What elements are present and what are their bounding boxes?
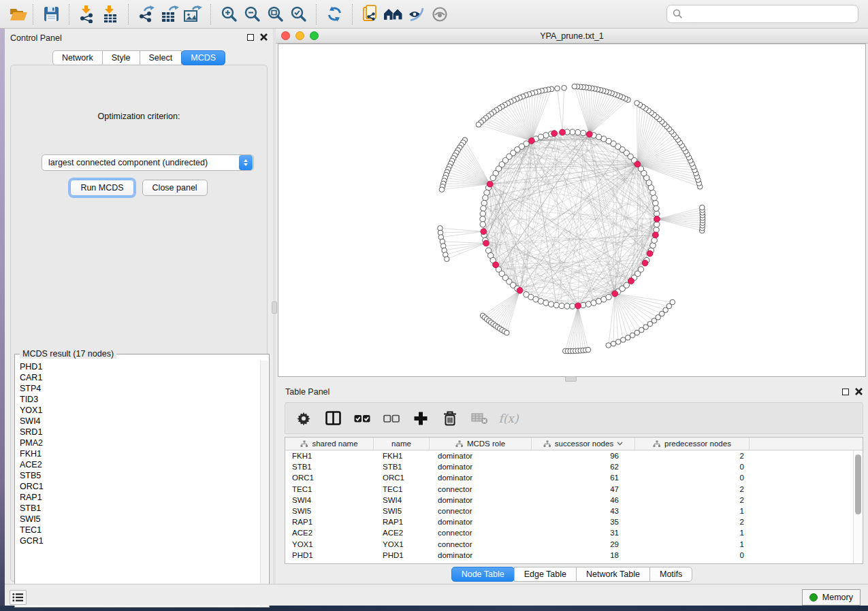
table-cell: 29	[532, 540, 635, 548]
open-session-button[interactable]	[7, 3, 30, 26]
table-row[interactable]: ORC1ORC1dominator610	[285, 472, 863, 483]
table-row[interactable]: TEC1TEC1connector472	[285, 484, 863, 495]
mcds-result-item[interactable]: STP4	[16, 383, 259, 394]
column-header-successor-nodes[interactable]: successor nodes	[532, 437, 635, 450]
network-window-titlebar[interactable]: YPA_prune.txt_1	[276, 29, 868, 44]
open-folder-icon	[10, 6, 28, 22]
memory-button[interactable]: Memory	[802, 589, 861, 606]
column-header-name[interactable]: name	[374, 437, 430, 450]
status-bar: Memory	[5, 584, 868, 606]
zoom-in-button[interactable]	[217, 3, 240, 26]
delete-columns-button[interactable]	[441, 410, 459, 427]
tab-network[interactable]: Network	[52, 50, 103, 65]
show-column-button[interactable]	[324, 410, 342, 427]
table-options-button[interactable]	[295, 410, 312, 427]
mcds-result-item[interactable]: ACE2	[16, 459, 259, 470]
column-header-shared-name[interactable]: shared name	[285, 437, 374, 450]
select-all-rows-button[interactable]	[353, 410, 371, 427]
table-row[interactable]: SWI5SWI5connector431	[285, 506, 863, 516]
table-cell: 35	[532, 518, 635, 526]
float-panel-icon[interactable]	[247, 34, 254, 41]
optimization-criterion-select[interactable]: largest connected component (undirected)	[42, 154, 254, 171]
tab-style[interactable]: Style	[102, 50, 140, 65]
delete-table-button[interactable]	[470, 410, 488, 427]
maximize-window-icon[interactable]	[310, 31, 319, 40]
apply-layout-button[interactable]	[323, 3, 346, 26]
column-header-MCDS-role[interactable]: MCDS role	[430, 437, 532, 450]
mcds-result-item[interactable]: CAR1	[16, 372, 259, 383]
mcds-result-scrollbar[interactable]	[260, 361, 268, 606]
zoom-fit-button[interactable]	[263, 3, 287, 26]
close-window-icon[interactable]	[281, 31, 290, 40]
table-row[interactable]: YOX1YOX1connector291	[285, 539, 863, 550]
table-row[interactable]: PHD1PHD1dominator180	[285, 550, 863, 561]
table-vertical-scrollbar[interactable]	[853, 450, 863, 563]
hide-selected-button[interactable]	[405, 3, 428, 26]
minimize-window-icon[interactable]	[295, 31, 304, 40]
node-table-body: FKH1FKH1dominator962STB1STB1dominator620…	[285, 450, 863, 561]
mcds-result-item[interactable]: ORC1	[16, 481, 259, 492]
table-cell: dominator	[430, 474, 532, 482]
import-table-button[interactable]	[99, 3, 122, 26]
mcds-result-item[interactable]: GCR1	[16, 535, 259, 546]
table-panel-titlebar: Table Panel	[276, 383, 868, 401]
tab-network-table[interactable]: Network Table	[576, 567, 650, 582]
table-row[interactable]: SWI4SWI4dominator462	[285, 495, 863, 506]
export-image-button[interactable]	[181, 3, 204, 26]
run-mcds-button[interactable]: Run MCDS	[70, 180, 133, 196]
mcds-result-item[interactable]: PHD1	[16, 361, 259, 372]
table-cell: ORC1	[285, 474, 374, 482]
tab-motifs[interactable]: Motifs	[649, 567, 692, 582]
create-column-button[interactable]	[412, 410, 430, 427]
mcds-result-item[interactable]: SRD1	[16, 427, 259, 437]
table-cell: dominator	[430, 452, 532, 460]
new-network-from-selection-button[interactable]	[359, 3, 382, 26]
mcds-result-item[interactable]: PMA2	[16, 437, 259, 448]
mcds-result-item[interactable]: SWI4	[16, 416, 259, 427]
mcds-panel: Optimization criterion: largest connecte…	[10, 65, 268, 582]
table-row[interactable]: RAP1RAP1dominator352	[285, 516, 863, 527]
task-history-button[interactable]	[10, 590, 27, 605]
tab-node-table[interactable]: Node Table	[451, 567, 515, 582]
mcds-result-item[interactable]: SWI5	[16, 514, 259, 525]
memory-label: Memory	[822, 593, 853, 602]
mcds-result-item[interactable]: TEC1	[16, 525, 259, 535]
close-panel-icon[interactable]	[855, 388, 863, 395]
optimization-criterion-label: Optimization criterion:	[11, 112, 267, 121]
first-neighbors-button[interactable]	[382, 3, 405, 26]
zoom-out-button[interactable]	[240, 3, 263, 26]
close-panel-button[interactable]: Close panel	[142, 180, 208, 196]
function-builder-button[interactable]: f(x)	[500, 410, 517, 427]
export-network-button[interactable]	[135, 3, 158, 26]
float-panel-icon[interactable]	[842, 389, 849, 395]
tab-select[interactable]: Select	[140, 50, 182, 65]
show-all-button[interactable]	[428, 3, 451, 26]
save-session-button[interactable]	[39, 3, 63, 26]
tab-edge-table[interactable]: Edge Table	[514, 567, 577, 582]
deselect-all-rows-button[interactable]	[383, 410, 400, 427]
table-row[interactable]: STB1STB1dominator620	[285, 461, 863, 472]
network-canvas[interactable]	[278, 44, 866, 377]
mcds-result-item[interactable]: YOX1	[16, 405, 259, 416]
mcds-result-item[interactable]: STB5	[16, 470, 259, 481]
control-panel-title: Control Panel	[10, 33, 62, 43]
import-network-button[interactable]	[76, 3, 99, 26]
search-input[interactable]	[683, 10, 852, 19]
table-scrollbar-thumb[interactable]	[855, 455, 861, 514]
table-cell: YOX1	[374, 540, 430, 548]
close-panel-icon[interactable]	[260, 33, 268, 41]
horizontal-splitter-handle[interactable]	[565, 376, 577, 382]
table-row[interactable]: ACE2ACE2connector311	[285, 527, 863, 538]
table-cell: 46	[532, 496, 635, 504]
table-row[interactable]: FKH1FKH1dominator962	[285, 450, 863, 461]
memory-status-icon	[809, 593, 818, 601]
zoom-selected-button[interactable]	[287, 3, 310, 26]
tab-mcds[interactable]: MCDS	[181, 50, 225, 65]
mcds-result-item[interactable]: TID3	[16, 394, 259, 405]
mcds-result-item[interactable]: RAP1	[16, 492, 259, 503]
export-table-button[interactable]	[158, 3, 181, 26]
toolbar-separator	[352, 4, 353, 24]
mcds-result-item[interactable]: FKH1	[16, 448, 259, 459]
column-header-predecessor-nodes[interactable]: predecessor nodes	[635, 437, 750, 450]
mcds-result-item[interactable]: STB1	[16, 503, 259, 514]
